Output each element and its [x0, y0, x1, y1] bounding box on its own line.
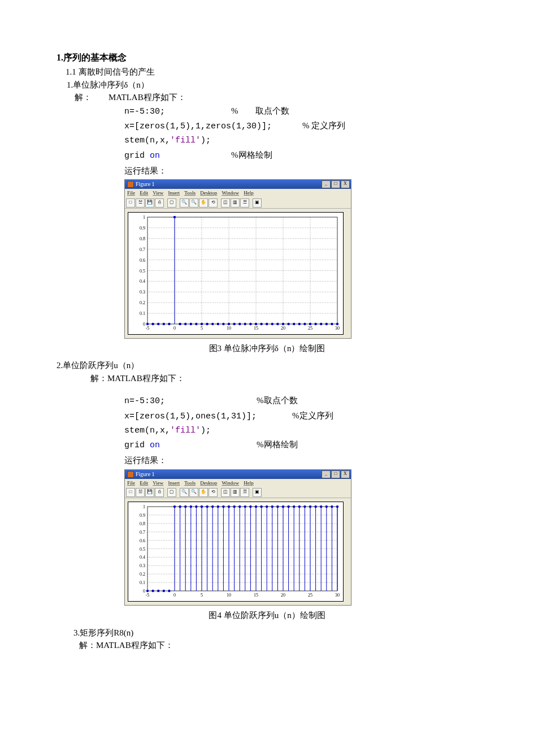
- code-comment: %网格绘制: [257, 440, 298, 449]
- pointer-icon[interactable]: ▢: [167, 488, 176, 497]
- menu-window[interactable]: Window: [222, 190, 239, 196]
- menu-help[interactable]: Help: [244, 480, 254, 486]
- svg-point-52: [211, 322, 214, 325]
- menu-view[interactable]: View: [153, 480, 163, 486]
- svg-point-57: [238, 322, 241, 325]
- code-line: x=[zeros(1,5),ones(1,31)];: [124, 412, 257, 421]
- svg-text:0.7: 0.7: [140, 530, 145, 535]
- svg-text:1: 1: [143, 504, 145, 509]
- svg-point-42: [163, 322, 165, 325]
- dock-icon[interactable]: ▣: [253, 198, 262, 208]
- minimize-button[interactable]: _: [322, 470, 331, 478]
- menu-view[interactable]: View: [153, 190, 163, 196]
- svg-point-171: [309, 506, 311, 508]
- menu-insert[interactable]: Insert: [168, 190, 180, 196]
- pointer-icon[interactable]: ▢: [167, 198, 176, 208]
- print-icon[interactable]: ⎙: [155, 198, 164, 208]
- svg-point-129: [195, 506, 197, 508]
- subsection-heading: 1.1 离散时间信号的产生: [66, 66, 477, 79]
- colorbar-icon[interactable]: ▥: [231, 198, 240, 208]
- svg-point-135: [211, 506, 214, 508]
- pan-icon[interactable]: ✋: [199, 198, 208, 208]
- toolbar: □ ☱ 💾 ⎙ ▢ 🔍 🔍 ✋ ⟲ ◫ ▥ ☰ ▣: [125, 198, 351, 209]
- legend-icon[interactable]: ☰: [240, 198, 249, 208]
- code-line: );: [201, 136, 211, 145]
- save-icon[interactable]: 💾: [145, 488, 154, 497]
- svg-point-53: [217, 322, 219, 325]
- svg-text:30: 30: [335, 593, 340, 598]
- menubar[interactable]: File Edit View Insert Tools Desktop Wind…: [125, 189, 351, 198]
- menu-help[interactable]: Help: [244, 190, 254, 196]
- svg-text:0: 0: [143, 589, 145, 594]
- zoom-out-icon[interactable]: 🔍: [189, 198, 198, 208]
- svg-point-61: [260, 322, 262, 325]
- colorbar-icon[interactable]: ▥: [231, 488, 240, 497]
- svg-text:0: 0: [173, 593, 176, 598]
- svg-text:0.3: 0.3: [140, 290, 145, 295]
- svg-point-69: [303, 322, 306, 325]
- legend-icon[interactable]: ☰: [240, 488, 249, 497]
- item-heading: 3.矩形序列R8(n): [73, 627, 477, 640]
- zoom-out-icon[interactable]: 🔍: [189, 488, 198, 497]
- maximize-button[interactable]: □: [331, 180, 340, 188]
- minimize-button[interactable]: _: [322, 180, 331, 188]
- svg-text:10: 10: [227, 593, 231, 598]
- svg-text:0.2: 0.2: [140, 300, 145, 305]
- rotate-icon[interactable]: ⟲: [209, 198, 218, 208]
- menu-window[interactable]: Window: [222, 480, 239, 486]
- open-icon[interactable]: ☱: [136, 198, 145, 208]
- svg-point-159: [276, 506, 279, 508]
- section-heading: 1.序列的基本概念: [57, 51, 477, 64]
- menubar[interactable]: File Edit View Insert Tools Desktop Wind…: [125, 479, 351, 488]
- zoom-in-icon[interactable]: 🔍: [180, 488, 189, 497]
- svg-text:15: 15: [254, 593, 258, 598]
- datatip-icon[interactable]: ◫: [221, 198, 230, 208]
- plot-area: 00.10.20.30.40.50.60.70.80.91-5051015202…: [125, 498, 351, 605]
- menu-insert[interactable]: Insert: [168, 480, 180, 486]
- svg-point-40: [151, 322, 154, 325]
- svg-point-75: [336, 322, 338, 325]
- svg-text:0.5: 0.5: [140, 268, 145, 273]
- close-button[interactable]: X: [341, 470, 350, 478]
- svg-point-67: [293, 322, 295, 325]
- menu-tools[interactable]: Tools: [184, 480, 196, 486]
- code-line: n=-5:30;: [124, 107, 165, 116]
- menu-desktop[interactable]: Desktop: [200, 190, 217, 196]
- svg-text:25: 25: [308, 326, 312, 331]
- svg-point-66: [287, 322, 289, 325]
- svg-text:5: 5: [201, 593, 203, 598]
- menu-edit[interactable]: Edit: [140, 190, 148, 196]
- pan-icon[interactable]: ✋: [199, 488, 208, 497]
- open-icon[interactable]: ☱: [136, 488, 145, 497]
- svg-point-64: [276, 322, 279, 325]
- svg-text:0.7: 0.7: [140, 247, 145, 252]
- window-titlebar[interactable]: Figure 1 _ □ X: [125, 470, 351, 479]
- new-icon[interactable]: □: [126, 198, 135, 208]
- menu-tools[interactable]: Tools: [184, 190, 196, 196]
- svg-point-115: [146, 590, 149, 592]
- close-button[interactable]: X: [341, 180, 350, 188]
- window-titlebar[interactable]: Figure 1 _ □ X: [125, 180, 351, 189]
- print-icon[interactable]: ⎙: [155, 488, 164, 497]
- rotate-icon[interactable]: ⟲: [209, 488, 218, 497]
- svg-point-117: [157, 590, 159, 592]
- svg-text:0.1: 0.1: [140, 580, 145, 585]
- new-icon[interactable]: □: [126, 488, 135, 497]
- menu-file[interactable]: File: [127, 190, 135, 196]
- code-keyword: on: [150, 440, 160, 450]
- menu-file[interactable]: File: [127, 480, 135, 486]
- svg-point-153: [260, 506, 262, 508]
- save-icon[interactable]: 💾: [145, 198, 154, 208]
- svg-point-179: [331, 506, 333, 508]
- menu-edit[interactable]: Edit: [140, 480, 148, 486]
- code-comment: %取点个数: [257, 396, 298, 405]
- svg-point-65: [282, 322, 284, 325]
- svg-text:0.3: 0.3: [140, 563, 145, 568]
- code-string: 'fill': [170, 136, 201, 145]
- datatip-icon[interactable]: ◫: [221, 488, 230, 497]
- zoom-in-icon[interactable]: 🔍: [180, 198, 189, 208]
- menu-desktop[interactable]: Desktop: [200, 480, 217, 486]
- maximize-button[interactable]: □: [331, 470, 340, 478]
- dock-icon[interactable]: ▣: [253, 488, 262, 497]
- code-line: stem(n,x,: [124, 136, 170, 145]
